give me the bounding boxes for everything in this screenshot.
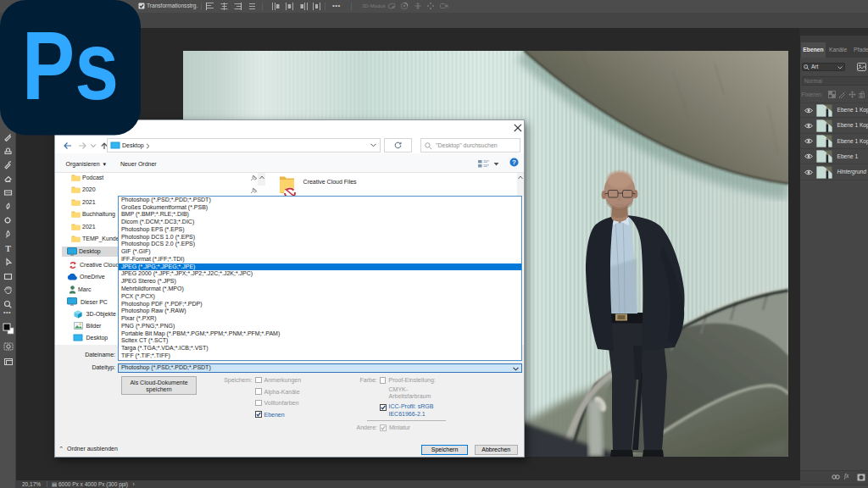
svg-text:T: T <box>5 244 11 253</box>
svg-text:?: ? <box>512 158 516 166</box>
svg-text:Ps: Ps <box>22 11 119 119</box>
